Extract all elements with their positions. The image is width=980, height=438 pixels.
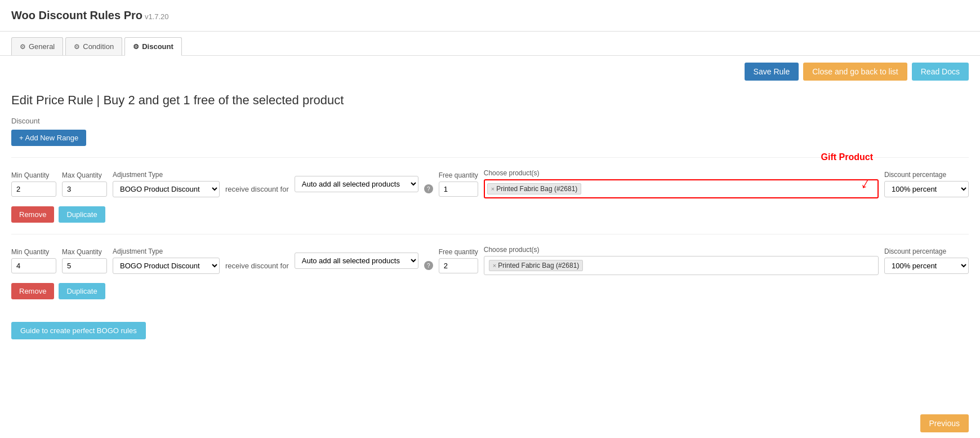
range-2-min-qty-label: Min Quantity [11,248,56,256]
range-1-discount-pct-label: Discount percentage [884,171,969,179]
tabs-bar: ⚙ General ⚙ Condition ⚙ Discount [0,32,980,56]
range-1-min-qty-input[interactable] [11,182,56,197]
range-2-fields: Min Quantity Max Quantity Adjustment Typ… [11,246,969,275]
range-2-receive-label: receive discount for [225,251,289,270]
range-1-min-qty-label: Min Quantity [11,171,56,179]
range-1-choose-products-label: Choose product(s) [484,169,879,177]
range-2-max-qty-group: Max Quantity [62,248,107,273]
range-1-adjustment-label: Adjustment Type [113,171,220,179]
range-2-discount-pct-select[interactable]: 100% percent [884,258,969,274]
range-2-max-qty-label: Max Quantity [62,248,107,256]
page-title: Edit Price Rule | Buy 2 and get 1 free o… [11,93,969,108]
range-1-product-name: Printed Fabric Bag (#2681) [496,185,577,193]
tab-general[interactable]: ⚙ General [11,37,63,55]
range-2-adjustment-group: Adjustment Type BOGO Product Discount [113,247,220,274]
range-2-discount-pct-label: Discount percentage [884,247,969,255]
range-1-help-icon[interactable]: ? [424,184,433,193]
range-2-product-name: Printed Fabric Bag (#2681) [498,262,579,269]
range-2-product-tag: × Printed Fabric Bag (#2681) [489,260,583,271]
range-1-remove-button[interactable]: Remove [11,206,54,223]
tab-condition-label: Condition [83,42,114,51]
range-2-discount-select[interactable]: Auto add all selected products Auto add … [295,253,418,269]
close-back-button[interactable]: Close and go back to list [803,63,907,81]
range-2-choose-products-label: Choose product(s) [484,246,879,254]
guide-bogo-button[interactable]: Guide to create perfect BOGO rules [11,322,146,339]
range-1-max-qty-input[interactable] [62,182,107,197]
range-1-max-qty-label: Max Quantity [62,171,107,179]
range-2-adjustment-label: Adjustment Type [113,247,220,255]
range-1-adjustment-group: Adjustment Type BOGO Product Discount [113,171,220,197]
range-2-min-qty-group: Min Quantity [11,248,56,273]
range-block-1: Gift Product ↓ Min Quantity Max Quantity… [11,157,969,234]
range-2-discount-pct-group: Discount percentage 100% percent [884,247,969,274]
range-2-actions: Remove Duplicate [11,283,969,299]
range-2-help-icon[interactable]: ? [424,261,433,270]
range-2-products-box[interactable]: × Printed Fabric Bag (#2681) [484,256,879,275]
gift-annotation: Gift Product ↓ [821,152,873,180]
range-2-product-remove-icon[interactable]: × [493,262,496,269]
range-1-product-remove-icon[interactable]: × [491,185,495,192]
page-content: Edit Price Rule | Buy 2 and get 1 free o… [0,87,980,373]
app-title: Woo Discount Rules Pro [11,9,142,21]
range-1-discount-pct-group: Discount percentage 100% percent [884,171,969,197]
section-discount-label: Discount [11,117,969,125]
read-docs-button[interactable]: Read Docs [912,63,969,81]
tab-general-label: General [29,42,55,51]
action-bar: Save Rule Close and go back to list Read… [0,56,980,87]
range-2-max-qty-input[interactable] [62,258,107,273]
range-1-discount-pct-select[interactable]: 100% percent [884,181,969,197]
range-2-choose-products-group: Choose product(s) × Printed Fabric Bag (… [484,246,879,275]
top-bar: Woo Discount Rules Pro v1.7.20 [0,0,980,32]
app-version: v1.7.20 [145,12,169,21]
tab-discount[interactable]: ⚙ Discount [124,37,182,56]
range-1-products-box[interactable]: × Printed Fabric Bag (#2681) [484,179,879,198]
gear-icon-condition: ⚙ [74,43,80,51]
range-2-discount-wrap: Auto add all selected products Auto add … [295,253,418,269]
save-rule-button[interactable]: Save Rule [745,63,799,81]
gear-icon-discount: ⚙ [133,43,139,51]
range-2-min-qty-input[interactable] [11,258,56,273]
gear-icon-general: ⚙ [20,43,26,51]
tab-condition[interactable]: ⚙ Condition [65,37,122,55]
range-1-max-qty-group: Max Quantity [62,171,107,197]
range-2-duplicate-button[interactable]: Duplicate [59,283,105,299]
range-1-adjustment-select[interactable]: BOGO Product Discount [113,181,220,197]
range-1-receive-label: receive discount for [225,175,289,193]
range-1-duplicate-button[interactable]: Duplicate [59,206,105,223]
range-1-actions: Remove Duplicate [11,206,969,223]
tab-discount-label: Discount [142,42,173,51]
range-block-2: Min Quantity Max Quantity Adjustment Typ… [11,234,969,311]
range-2-free-qty-label: Free quantity [439,248,478,256]
range-1-min-qty-group: Min Quantity [11,171,56,197]
range-1-free-qty-input[interactable] [439,182,478,197]
range-1-product-tag: × Printed Fabric Bag (#2681) [487,183,582,194]
range-1-choose-products-group: Choose product(s) × Printed Fabric Bag (… [484,169,879,198]
range-1-free-qty-group: Free quantity [439,171,478,197]
add-new-range-button[interactable]: + Add New Range [11,130,86,146]
range-2-adjustment-select[interactable]: BOGO Product Discount [113,258,220,274]
range-1-discount-wrap: Auto add all selected products Auto add … [295,176,418,192]
range-2-remove-button[interactable]: Remove [11,283,54,299]
range-2-free-qty-group: Free quantity [439,248,478,273]
range-2-free-qty-input[interactable] [439,258,478,273]
range-1-discount-select[interactable]: Auto add all selected products Auto add … [295,176,418,192]
range-1-free-qty-label: Free quantity [439,171,478,179]
